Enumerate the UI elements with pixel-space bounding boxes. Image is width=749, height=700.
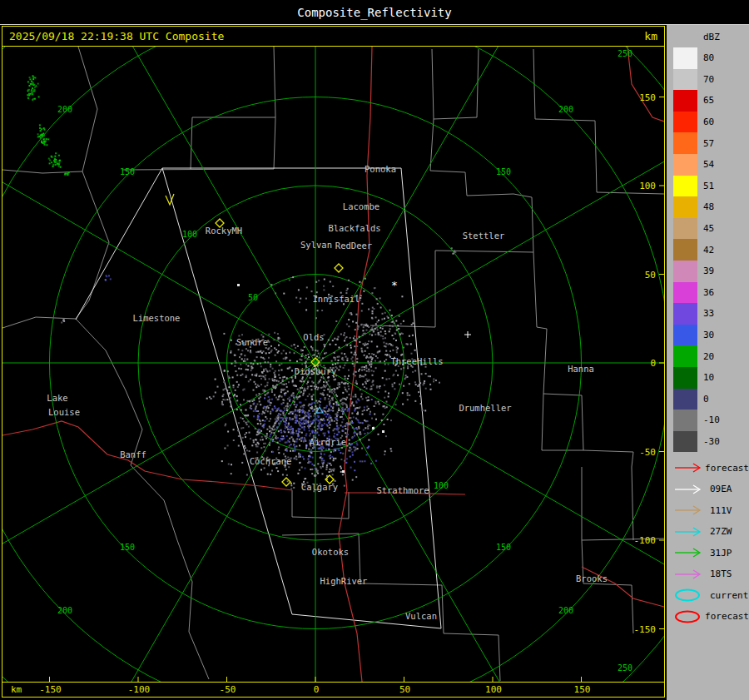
legend-label: forecast (705, 611, 749, 622)
colorbar: 807065605754514845423936333020100-10-30 (673, 47, 749, 452)
colorbar-swatch (673, 218, 697, 240)
colorbar-title: dBZ (703, 32, 749, 42)
svg-text:150: 150 (496, 167, 511, 176)
colorbar-row: 54 (673, 154, 749, 176)
legend-row-18TS: 18TS (673, 563, 749, 585)
track-legend: forecast09EA111V27ZW31JP18TScurrentforec… (673, 457, 749, 627)
colorbar-row: 10 (673, 367, 749, 389)
svg-text:Brooks: Brooks (576, 573, 608, 583)
colorbar-row: 80 (673, 47, 749, 69)
colorbar-swatch (673, 410, 697, 431)
svg-text:Olds: Olds (303, 332, 324, 342)
track-ellipse-icon (673, 588, 707, 602)
colorbar-row: 60 (673, 112, 749, 133)
svg-text:-100: -100 (634, 535, 657, 546)
legend-row-current: current (673, 584, 749, 606)
x-axis-label: -150 (39, 684, 62, 695)
colorbar-value: 80 (703, 52, 714, 63)
legend-row-09EA: 09EA (673, 479, 749, 500)
colorbar-row: 65 (673, 90, 749, 112)
colorbar-row: 51 (673, 176, 749, 197)
svg-text:HighRiver: HighRiver (320, 576, 368, 586)
svg-text:Limestone: Limestone (133, 313, 181, 323)
track-arrow-icon (673, 568, 707, 581)
window-title: Composite_Reflectivity (297, 6, 451, 19)
svg-text:50: 50 (248, 293, 258, 302)
colorbar-swatch (673, 325, 697, 346)
svg-text:0: 0 (650, 358, 656, 369)
radar-map-area: 50100150200150200250150200100150200250Po… (2, 47, 664, 682)
colorbar-swatch (673, 90, 697, 112)
svg-text:100: 100 (434, 481, 449, 490)
colorbar-row: 36 (673, 282, 749, 304)
radar-site-diamond-icon (335, 264, 343, 272)
track-ellipse-icon (673, 610, 702, 623)
svg-text:200: 200 (558, 105, 573, 114)
colorbar-value: 10 (703, 372, 714, 383)
colorbar-value: 57 (703, 138, 714, 149)
colorbar-value: 60 (703, 117, 714, 127)
track-arrow-icon (673, 525, 707, 539)
colorbar-value: 36 (703, 287, 714, 298)
svg-text:Sundre: Sundre (236, 337, 268, 347)
colorbar-value: 65 (703, 95, 714, 106)
colorbar-swatch (673, 261, 697, 282)
svg-text:Okotoks: Okotoks (312, 547, 349, 557)
x-axis-label: 50 (399, 684, 410, 695)
colorbar-swatch (673, 154, 697, 176)
legend-row-31JP: 31JP (673, 542, 749, 563)
svg-text:Calgary: Calgary (301, 482, 338, 492)
svg-text:Drumheller: Drumheller (459, 403, 511, 413)
svg-text:100: 100 (182, 230, 197, 239)
legend-label: 31JP (710, 548, 732, 559)
legend-label: 09EA (710, 484, 732, 494)
colorbar-swatch (673, 367, 697, 389)
header-strip: 2025/09/18 22:19:38 UTC Composite km (2, 27, 664, 47)
x-axis-label: -50 (220, 684, 236, 695)
km-unit-bottom: km (11, 684, 22, 695)
colorbar-value: -30 (703, 436, 720, 447)
colorbar-value: 48 (703, 201, 714, 212)
storm-cell-dot-icon (342, 470, 345, 473)
colorbar-row: -30 (673, 431, 749, 453)
svg-text:200: 200 (57, 606, 72, 615)
colorbar-value: 20 (703, 351, 714, 362)
storm-cell-dot-icon (382, 430, 384, 433)
colorbar-swatch (673, 431, 697, 453)
legend-label: 27ZW (710, 526, 732, 537)
colorbar-value: 33 (703, 308, 714, 319)
colorbar-row: 42 (673, 239, 749, 261)
legend-row-111V: 111V (673, 499, 749, 521)
colorbar-swatch (673, 112, 697, 133)
colorbar-row: 70 (673, 69, 749, 91)
radar-plot-region: 2025/09/18 22:19:38 UTC Composite km 501… (2, 26, 665, 698)
colorbar-swatch (673, 132, 697, 154)
svg-text:150: 150 (120, 167, 135, 176)
svg-text:Hanna: Hanna (568, 364, 594, 374)
colorbar-swatch (673, 282, 697, 304)
svg-text:250: 250 (618, 49, 632, 58)
colorbar-swatch (673, 69, 697, 91)
svg-text:100: 100 (639, 181, 656, 191)
radar-site-diamond-icon (282, 478, 290, 486)
storm-cell-dot-icon (237, 284, 240, 286)
svg-text:Cochrane: Cochrane (250, 456, 292, 466)
track-arrow-icon (673, 546, 707, 559)
svg-text:200: 200 (57, 105, 72, 114)
colorbar-row: 0 (673, 389, 749, 410)
colorbar-value: -10 (703, 415, 720, 425)
colorbar-value: 30 (703, 330, 714, 340)
colorbar-swatch (673, 345, 697, 367)
svg-text:Ponoka: Ponoka (365, 164, 396, 174)
colorbar-value: 45 (703, 223, 714, 234)
radar-map: 50100150200150200250150200100150200250Po… (2, 47, 664, 682)
x-axis-strip: km -150-100-50050100150 (2, 682, 664, 697)
svg-text:50: 50 (645, 270, 656, 280)
x-axis-label: -100 (128, 684, 151, 695)
colorbar-swatch (673, 47, 697, 69)
svg-text:250: 250 (618, 663, 632, 673)
colorbar-swatch (673, 239, 697, 261)
legend-row-forecast: forecast (673, 606, 749, 628)
svg-text:Louise: Louise (48, 407, 80, 417)
svg-text:Lake: Lake (47, 393, 67, 403)
